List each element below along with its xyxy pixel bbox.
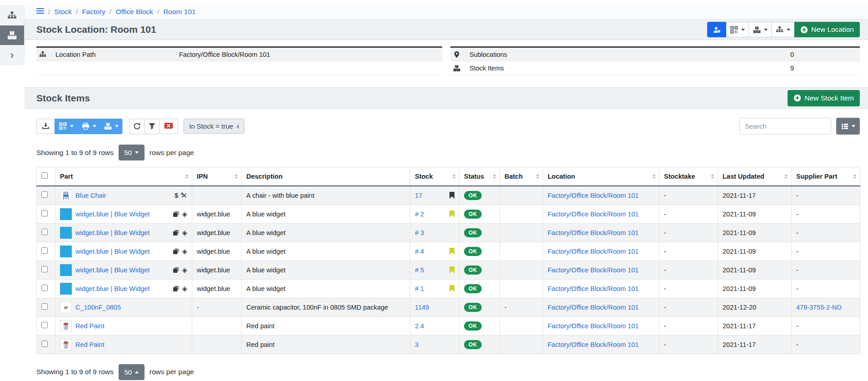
- page-header: Stock Location: Room 101 New Location: [25, 19, 868, 40]
- stock-link[interactable]: 1149: [415, 304, 429, 311]
- cell-supplier_part: -: [792, 335, 860, 354]
- column-header-batch[interactable]: Batch: [500, 167, 543, 186]
- cell-ipn: widget.blue: [192, 205, 242, 223]
- stock-link[interactable]: # 3: [415, 229, 424, 236]
- stock-options-button[interactable]: [100, 119, 123, 134]
- admin-button[interactable]: [707, 22, 726, 37]
- stock-link[interactable]: # 2: [415, 211, 424, 218]
- cell-value: -: [664, 192, 666, 199]
- select-all-checkbox[interactable]: [41, 172, 48, 179]
- part-link[interactable]: Red Paint: [75, 322, 105, 330]
- sidebar-item-stock[interactable]: [0, 25, 24, 45]
- barcode-actions-button[interactable]: [726, 22, 749, 37]
- location-link[interactable]: Factory/Office Block/Room 101: [548, 304, 639, 311]
- location-link[interactable]: Factory/Office Block/Room 101: [548, 322, 639, 330]
- download-button[interactable]: [36, 119, 55, 134]
- cell-last_updated: 2021-11-09: [718, 242, 792, 261]
- page-size-value: 50: [124, 149, 132, 156]
- page-size-button[interactable]: 50: [119, 145, 145, 160]
- stock-link[interactable]: # 5: [415, 266, 424, 274]
- location-stats-table: Sublocations 0 Stock Items 9: [450, 46, 860, 75]
- location-link[interactable]: Factory/Office Block/Room 101: [548, 248, 639, 255]
- location-link[interactable]: Factory/Office Block/Room 101: [548, 229, 639, 236]
- cell-value: Red paint: [246, 322, 274, 330]
- caret-down-icon: [787, 29, 790, 31]
- column-header-last_updated[interactable]: Last Updated: [718, 167, 792, 186]
- breadcrumb-link[interactable]: Office Block: [115, 8, 153, 16]
- column-header-part[interactable]: Part: [55, 167, 192, 186]
- cell-stock: # 4: [410, 242, 459, 261]
- column-header-ipn[interactable]: IPN: [192, 167, 242, 186]
- supplier-part-value: -: [796, 248, 798, 255]
- part-link[interactable]: Blue Chair: [75, 192, 106, 199]
- part-link[interactable]: widget.blue | Blue Widget: [75, 211, 150, 218]
- breadcrumb-link[interactable]: Stock: [54, 8, 72, 16]
- list-icon: [841, 123, 848, 130]
- part-flags: ◈: [173, 229, 187, 237]
- part-link[interactable]: C_100nF_0805: [75, 304, 121, 311]
- row-checkbox[interactable]: [41, 191, 48, 198]
- breadcrumb-link[interactable]: Factory: [82, 8, 105, 16]
- supplier-part-value: -: [796, 192, 798, 199]
- menu-icon[interactable]: [36, 7, 44, 17]
- column-header-supplier_part[interactable]: Supplier Part: [792, 167, 860, 186]
- part-link[interactable]: Red Paint: [75, 341, 105, 348]
- cell-supplier_part: -: [792, 223, 860, 242]
- filter-button[interactable]: [145, 119, 159, 134]
- stock-link[interactable]: # 4: [415, 248, 424, 255]
- row-checkbox[interactable]: [41, 247, 48, 254]
- column-header-status[interactable]: Status: [459, 167, 500, 186]
- page-size-button[interactable]: 50: [119, 364, 145, 380]
- stock-link[interactable]: 2.4: [415, 322, 424, 330]
- column-header-location[interactable]: Location: [543, 167, 659, 186]
- cell-value: widget.blue: [197, 285, 230, 292]
- stock-link[interactable]: # 1: [415, 285, 424, 292]
- column-header-stocktake[interactable]: Stocktake: [659, 167, 718, 186]
- row-checkbox[interactable]: [41, 285, 48, 291]
- row-checkbox[interactable]: [41, 303, 48, 310]
- part-link[interactable]: widget.blue | Blue Widget: [75, 248, 150, 255]
- filter-chip-remove[interactable]: x: [236, 123, 239, 130]
- sidebar-item-location-tree[interactable]: [0, 6, 24, 25]
- part-link[interactable]: widget.blue | Blue Widget: [75, 229, 150, 236]
- supplier-part-link[interactable]: 478-3755-2-ND: [796, 304, 842, 311]
- stock-link[interactable]: 17: [415, 192, 422, 199]
- sidebar-item-expand[interactable]: ›: [0, 45, 24, 65]
- part-link[interactable]: widget.blue | Blue Widget: [75, 285, 150, 292]
- table-view-button[interactable]: [836, 118, 860, 135]
- row-checkbox[interactable]: [41, 266, 48, 272]
- table-row: Red PaintRed paint2.4OKFactory/Office Bl…: [37, 316, 860, 335]
- plus-circle-icon: [800, 26, 808, 34]
- new-location-button[interactable]: New Location: [794, 22, 860, 37]
- column-header-stock[interactable]: Stock: [410, 167, 459, 186]
- tag-x-icon: [164, 122, 173, 130]
- cell-select: [37, 316, 55, 335]
- location-link[interactable]: Factory/Office Block/Room 101: [548, 211, 639, 218]
- stock-cell: # 1: [415, 285, 454, 292]
- cell-stock: 3: [410, 335, 459, 354]
- breadcrumb-link[interactable]: Room 101: [163, 8, 196, 16]
- location-link[interactable]: Factory/Office Block/Room 101: [548, 341, 639, 348]
- search-input[interactable]: [739, 118, 831, 135]
- location-link[interactable]: Factory/Office Block/Room 101: [548, 266, 639, 274]
- remove-filters-button[interactable]: [159, 119, 178, 134]
- row-checkbox[interactable]: [41, 341, 48, 347]
- cell-location: Factory/Office Block/Room 101: [543, 316, 659, 335]
- location-actions-button[interactable]: [772, 22, 794, 37]
- location-link[interactable]: Factory/Office Block/Room 101: [548, 192, 639, 199]
- row-checkbox[interactable]: [41, 322, 48, 328]
- cell-value: -: [664, 322, 666, 330]
- cell-ipn: [192, 316, 242, 335]
- new-stock-item-button[interactable]: New Stock Item: [788, 90, 860, 106]
- location-link[interactable]: Factory/Office Block/Room 101: [548, 285, 639, 292]
- row-checkbox[interactable]: [41, 210, 48, 216]
- refresh-button[interactable]: [129, 119, 145, 134]
- part-link[interactable]: widget.blue | Blue Widget: [75, 266, 150, 274]
- row-checkbox[interactable]: [41, 229, 48, 235]
- filter-chip[interactable]: In Stock = true x: [184, 119, 244, 134]
- stock-link[interactable]: 3: [415, 341, 419, 348]
- barcode-button[interactable]: [55, 119, 77, 134]
- column-header-description[interactable]: Description: [242, 167, 410, 186]
- stock-actions-button[interactable]: [749, 22, 772, 37]
- print-button[interactable]: [77, 119, 100, 134]
